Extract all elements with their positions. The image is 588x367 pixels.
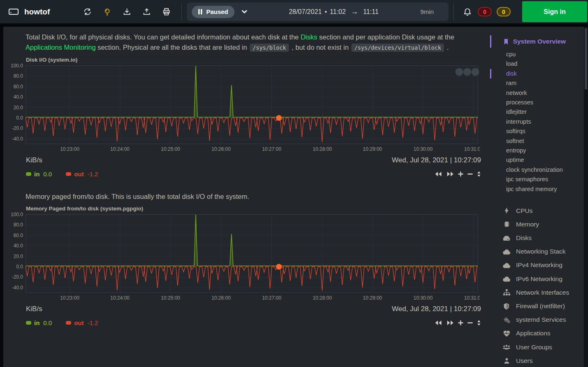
legend-series-in[interactable]: in0.0 (26, 319, 52, 326)
legend-series-out[interactable]: out-1.2 (66, 171, 98, 178)
chart-units-label: KiB/s (26, 156, 42, 164)
pan-forward-button[interactable] (446, 320, 454, 325)
sidebar-section-ipv6-networking[interactable]: IPv6 Networking (490, 272, 584, 286)
section-description: Total Disk I/O, for all physical disks. … (26, 32, 482, 53)
series-value: 0.0 (43, 319, 52, 326)
bolt-icon (502, 207, 511, 214)
legend-series-in[interactable]: in0.0 (26, 171, 52, 178)
playback-state-label: Paused (206, 8, 228, 15)
svg-text:10:30:00: 10:30:00 (414, 295, 433, 301)
range-date: 28/07/2021 (289, 8, 322, 16)
playback-status-button[interactable]: Paused (192, 6, 235, 18)
sidebar-section-applications[interactable]: Applications (490, 327, 584, 340)
chevron-down-icon[interactable] (242, 10, 247, 14)
sidebar-section-disks[interactable]: Disks (490, 231, 584, 245)
sign-in-button[interactable]: Sign in (522, 1, 587, 22)
series-value: 0.0 (43, 171, 52, 178)
sidebar-item-uptime[interactable]: uptime (490, 155, 584, 165)
resize-chart-button[interactable] (477, 320, 481, 325)
series-swatch (66, 321, 71, 325)
divider (453, 3, 454, 21)
bookmark-icon (504, 39, 509, 45)
refresh-button[interactable] (83, 7, 92, 16)
sidebar-section-user-groups[interactable]: User Groups (490, 340, 584, 354)
description-text: Memory paged from/to disk. This is usual… (26, 193, 249, 200)
gears-icon (502, 316, 511, 323)
scrollbar-thumb[interactable] (585, 28, 587, 90)
date-range[interactable]: 28/07/2021 • 11:02 → 11:11 (247, 7, 421, 16)
sidebar: System Overview cpuloaddiskramnetworkpro… (490, 27, 584, 367)
chart-plot[interactable]: 100.080.060.040.020.00.0-20.0-40.010:23:… (3, 63, 491, 155)
sidebar-heading-system-overview[interactable]: System Overview (490, 35, 584, 48)
sidebar-section-label: Disks (516, 234, 532, 242)
sidebar-section-ipv4-networking[interactable]: IPv4 Networking (490, 259, 584, 272)
sidebar-sections: CPUsMemoryDisksNetworking StackIPv4 Netw… (490, 204, 584, 367)
sidebar-section-users[interactable]: Users (490, 354, 584, 367)
zoom-in-button[interactable] (458, 171, 463, 177)
sidebar-section-firewall-netfilter-[interactable]: Firewall (netfilter) (490, 299, 584, 313)
memory-icon (502, 221, 511, 228)
sidebar-section-network-interfaces[interactable]: Network Interfaces (490, 286, 584, 299)
zoom-out-button[interactable] (467, 320, 473, 325)
sidebar-section-label: IPv4 Networking (516, 261, 562, 269)
code-chip: /sys/devices/virtual/block (351, 44, 444, 52)
load-snapshot-button[interactable] (142, 7, 151, 16)
svg-text:100.0: 100.0 (11, 63, 23, 69)
sidebar-item-softirqs[interactable]: softirqs (490, 127, 584, 136)
legend-series-out[interactable]: out-1.2 (66, 319, 98, 326)
sidebar-item-ram[interactable]: ram (490, 78, 584, 88)
pan-forward-button[interactable] (446, 171, 454, 177)
page-scrollbar[interactable] (584, 27, 588, 367)
sidebar-section-label: Firewall (netfilter) (516, 302, 565, 310)
zoom-in-button[interactable] (458, 320, 463, 325)
svg-text:10:26:00: 10:26:00 (211, 146, 231, 152)
svg-text:-40.0: -40.0 (12, 285, 23, 291)
save-snapshot-button[interactable] (123, 7, 131, 16)
sidebar-item-ipc-shared-memory[interactable]: ipc shared memory (490, 185, 584, 194)
sidebar-item-load[interactable]: load (490, 59, 584, 69)
sidebar-item-softnet[interactable]: softnet (490, 136, 584, 146)
sidebar-item-disk[interactable]: disk (490, 69, 584, 78)
sidebar-section-systemd-services[interactable]: systemd Services (490, 313, 584, 327)
sidebar-item-interrupts[interactable]: interrupts (490, 117, 584, 127)
sidebar-section-memory[interactable]: Memory (490, 217, 584, 231)
pan-backward-button[interactable] (435, 320, 442, 325)
sidebar-item-entropy[interactable]: entropy (490, 146, 584, 155)
sidebar-section-label: CPUs (516, 207, 532, 215)
legend-series: in0.0out-1.2 (26, 319, 112, 326)
sidebar-section-label: systemd Services (516, 316, 566, 323)
sidebar-item-idlejitter[interactable]: idlejitter (490, 107, 584, 117)
zoom-out-button[interactable] (467, 171, 473, 177)
svg-text:10:29:00: 10:29:00 (363, 146, 382, 152)
svg-text:10:23:00: 10:23:00 (60, 295, 79, 301)
notifications-bell-icon[interactable] (463, 7, 472, 16)
sidebar-section-networking-stack[interactable]: Networking Stack (490, 245, 584, 259)
pan-backward-button[interactable] (435, 171, 442, 177)
news-button[interactable] (103, 7, 112, 16)
series-swatch (26, 321, 31, 325)
sidebar-item-processes[interactable]: processes (490, 98, 584, 107)
print-button[interactable] (162, 7, 171, 16)
sidebar-section-cpus[interactable]: CPUs (490, 204, 584, 217)
sidebar-item-ipc-semaphores[interactable]: ipc semaphores (490, 175, 584, 184)
svg-text:40.0: 40.0 (14, 94, 23, 100)
chart-legend: KiB/sWed, Jul 28, 2021 | 10:27:09in0.0ou… (26, 156, 481, 178)
time-range-picker[interactable]: Paused 28/07/2021 • 11:02 → 11:11 9min (187, 2, 449, 21)
sidebar-item-clock-synchronization[interactable]: clock synchronization (490, 165, 584, 175)
resize-chart-button[interactable] (477, 171, 481, 177)
sidebar-item-cpu[interactable]: cpu (490, 50, 584, 59)
range-duration: 9min (420, 8, 434, 15)
chart-plot[interactable]: 100.080.060.040.020.00.0-20.0-40.010:23:… (3, 212, 491, 303)
link-applications-monitoring[interactable]: Applications Monitoring (26, 44, 96, 51)
series-name: out (74, 171, 84, 178)
link-disks[interactable]: Disks (301, 33, 317, 41)
warning-alarms-badge[interactable]: 0 (497, 7, 511, 16)
svg-text:0.0: 0.0 (16, 264, 23, 270)
svg-text:10:25:00: 10:25:00 (161, 295, 180, 301)
svg-text:0.0: 0.0 (16, 115, 23, 121)
svg-text:40.0: 40.0 (14, 243, 23, 249)
svg-text:10:25:00: 10:25:00 (161, 146, 180, 152)
sidebar-item-network[interactable]: network (490, 88, 584, 98)
svg-text:10:30:00: 10:30:00 (414, 146, 433, 152)
critical-alarms-badge[interactable]: 0 (478, 7, 492, 16)
